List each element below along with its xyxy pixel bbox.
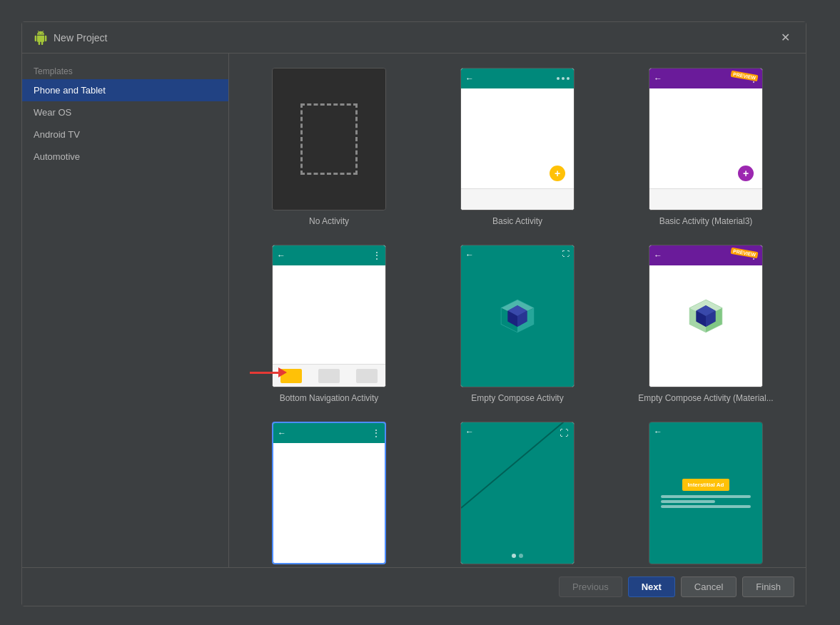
m3-bottom-nav [649, 188, 762, 210]
cancel-button[interactable]: Cancel [681, 576, 737, 597]
arrow-line [250, 372, 278, 374]
m3-back-arrow: ← [654, 73, 662, 83]
admob-lines [661, 495, 751, 508]
template-basic-activity-preview: ← + [460, 68, 575, 210]
admob-back-arrow: ← [654, 427, 662, 437]
empty-back-arrow: ← [278, 428, 286, 438]
finish-button[interactable]: Finish [742, 576, 794, 597]
compose-cube-icon [496, 295, 539, 337]
template-basic-m3-label: Basic Activity (Material3) [657, 215, 756, 228]
template-admob[interactable]: ← Interstitial Ad Google AdMob Ads Activ… [617, 419, 794, 567]
dialog-footer: Previous Next Cancel Finish [22, 567, 806, 606]
template-basic-activity-label: Basic Activity [490, 215, 545, 228]
android-icon [34, 31, 48, 45]
sidebar-section-label: Templates [22, 61, 228, 79]
dialog-body: Templates Phone and Tablet Wear OS Andro… [22, 54, 806, 567]
template-empty-compose-m3-label: Empty Compose Activity (Material... [635, 392, 776, 405]
dialog-title-row: New Project [34, 31, 107, 45]
preview-back-arrow: ← [465, 73, 474, 83]
sidebar: Templates Phone and Tablet Wear OS Andro… [22, 54, 229, 567]
previous-button[interactable]: Previous [559, 576, 622, 597]
bottom-tabs [273, 364, 385, 387]
empty-dots: ⋮ [372, 428, 380, 438]
basic-topbar: ← [461, 68, 574, 88]
template-basic-m3[interactable]: ← ⋮ PREVIEW + Basic Activity (Material3) [617, 65, 794, 230]
template-no-activity[interactable]: No Activity [241, 65, 418, 230]
fab-button: + [550, 166, 565, 181]
template-basic-activity[interactable]: ← + Basic Activity [429, 65, 606, 230]
template-empty-compose-m3-preview: ← ⋮ PREVIEW [649, 245, 763, 387]
tab-item-2 [356, 369, 378, 383]
fullscreen-expand-icon: ⛶ [560, 428, 568, 438]
compose-expand: ⛶ [562, 250, 570, 258]
fullscreen-back-arrow: ← [465, 427, 474, 437]
template-fullscreen-preview: ⛶ ← [460, 422, 575, 564]
compose-back-arrow: ← [465, 250, 474, 260]
tab-item-1 [318, 369, 340, 383]
sidebar-item-android-tv[interactable]: Android TV [22, 123, 228, 146]
next-button[interactable]: Next [628, 576, 675, 597]
diagonal-line [460, 422, 570, 509]
compose-m3-back: ← [654, 250, 662, 260]
template-empty-compose-m3[interactable]: ← ⋮ PREVIEW [617, 242, 794, 407]
template-empty-compose-preview: ← ⛶ [460, 245, 575, 387]
new-project-dialog: New Project ✕ Templates Phone and Tablet… [21, 21, 806, 606]
template-bottom-nav[interactable]: ← ⋮ Bottom Navigation Activity [241, 242, 418, 407]
sidebar-item-phone-tablet[interactable]: Phone and Tablet [22, 79, 228, 101]
arrow-head [278, 367, 287, 377]
compose-m3-cube-icon [684, 295, 727, 337]
template-empty-activity-preview: ← ⋮ [272, 422, 386, 564]
empty-activity-topbar: ← ⋮ [273, 423, 385, 443]
sidebar-item-wear-os[interactable]: Wear OS [22, 101, 228, 123]
dashed-rect [300, 103, 358, 175]
bottom-nav-back-arrow: ← [277, 250, 285, 260]
template-empty-compose-label: Empty Compose Activity [468, 392, 566, 405]
template-empty-compose[interactable]: ← ⛶ [429, 242, 606, 407]
template-fullscreen[interactable]: ⛶ ← Fullscreen Activity [429, 419, 606, 567]
interstitial-ad-label: Interstitial Ad [682, 479, 730, 491]
bottom-nav-dots: ⋮ [373, 250, 381, 260]
template-bottom-nav-label: Bottom Navigation Activity [277, 392, 382, 405]
template-admob-preview: ← Interstitial Ad [649, 422, 763, 564]
template-bottom-nav-preview: ← ⋮ [272, 245, 386, 387]
sidebar-item-automotive[interactable]: Automotive [22, 146, 228, 168]
templates-grid: No Activity ← [241, 65, 794, 567]
dialog-title: New Project [54, 32, 107, 44]
template-basic-m3-preview: ← ⋮ PREVIEW + [649, 68, 763, 210]
m3-fab: + [738, 166, 754, 181]
template-no-activity-preview [272, 68, 386, 210]
bottom-nav-bar [461, 188, 574, 210]
content-area: No Activity ← [229, 54, 806, 567]
close-button[interactable]: ✕ [776, 29, 794, 46]
template-no-activity-label: No Activity [306, 215, 352, 228]
template-empty-activity[interactable]: ← ⋮ Empty Activity [241, 419, 418, 567]
topbar-dots [557, 77, 570, 80]
fullscreen-dots [512, 554, 523, 558]
red-arrow-indicator [250, 367, 287, 377]
bottom-nav-topbar: ← ⋮ [273, 245, 385, 265]
dialog-header: New Project ✕ [22, 22, 806, 54]
